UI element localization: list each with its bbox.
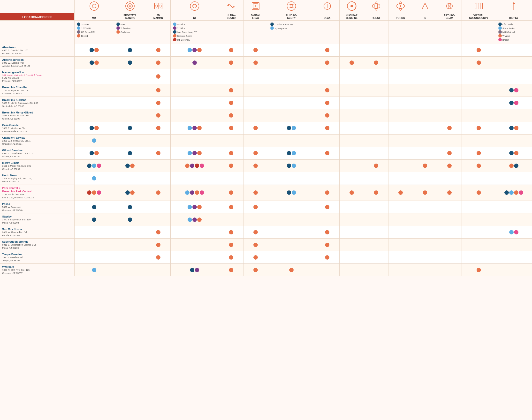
cell-pet_ct <box>364 239 388 251</box>
legend-digital_xray <box>243 21 268 44</box>
cell-ct <box>170 172 219 185</box>
service-dot <box>253 255 258 260</box>
cell-pet_ct <box>364 134 388 147</box>
dots-container <box>496 189 531 196</box>
location-cell: Chandler Fairview2201 W. Fairview St., S… <box>0 134 75 147</box>
service-dot <box>192 60 197 65</box>
cell-dexa <box>315 159 339 172</box>
location-name: Westgate <box>2 265 72 269</box>
location-name: Mercy Gilbert <box>2 161 72 165</box>
service-dot <box>90 60 94 65</box>
dots-container <box>147 60 170 66</box>
dots-container <box>114 150 145 156</box>
service-dot <box>188 48 192 52</box>
dots-container <box>316 100 339 106</box>
location-address: 1669 E. McMurray Blvd. Casa Grande, AZ 8… <box>2 127 72 133</box>
cell-fluoro <box>268 264 315 276</box>
legend-mammo3d <box>146 21 170 44</box>
dots-container <box>244 204 267 210</box>
cell-fluoro <box>268 185 315 201</box>
cell-ct <box>170 56 219 69</box>
cell-pet_mr <box>388 84 413 97</box>
col-header-ir <box>413 0 437 13</box>
service-dot <box>87 190 91 195</box>
legend-arthro <box>437 21 462 44</box>
dots-container <box>147 242 170 248</box>
col-label-arthro: ARTHRO- GRAM <box>437 13 462 21</box>
service-dot <box>325 60 329 65</box>
dots-container <box>220 150 243 156</box>
dots-container <box>147 189 170 196</box>
service-dot <box>325 113 329 118</box>
cell-ultrasound <box>219 251 243 264</box>
cell-nuclear <box>339 44 364 57</box>
cell-fluoro <box>268 251 315 264</box>
cell-pet_mr <box>388 56 413 69</box>
service-dot <box>192 205 197 209</box>
cell-pet_ct <box>364 159 388 172</box>
cell-prostate <box>114 109 146 122</box>
cell-dexa <box>315 97 339 109</box>
cell-ultrasound <box>219 97 243 109</box>
cell-digital_xray <box>243 84 268 97</box>
dots-container <box>114 204 145 210</box>
location-name: Breastlink Mercy Gilbert <box>2 111 72 114</box>
service-dot <box>156 101 160 105</box>
service-dot <box>229 190 233 195</box>
cell-ir <box>413 56 437 69</box>
cell-pet_mr <box>388 44 413 57</box>
service-dot <box>229 243 233 247</box>
cell-pet_ct <box>364 56 388 69</box>
svg-point-9 <box>155 5 158 7</box>
cell-nuclear <box>339 172 364 185</box>
cell-biopsy <box>496 172 532 185</box>
cell-mri <box>75 84 114 97</box>
dots-container <box>316 112 339 119</box>
service-dot <box>287 151 291 155</box>
cell-ct <box>170 213 219 226</box>
service-dot <box>509 126 514 130</box>
cell-pet_ct <box>364 69 388 84</box>
cell-digital_xray <box>243 159 268 172</box>
service-dot <box>287 126 291 130</box>
svg-point-6 <box>129 5 131 7</box>
service-dot <box>192 217 197 222</box>
service-dot <box>477 164 481 168</box>
cell-pet_ct <box>364 251 388 264</box>
cell-pet_mr <box>388 97 413 109</box>
svg-point-32 <box>448 3 451 6</box>
cell-dexa <box>315 147 339 159</box>
table-row: Chandler Fairview2201 W. Fairview St., S… <box>0 134 532 147</box>
service-dot <box>195 164 199 168</box>
cell-biopsy <box>496 159 532 172</box>
service-dot <box>229 48 233 52</box>
cell-ir <box>413 122 437 134</box>
cell-virtual_colon <box>462 264 496 276</box>
service-dot <box>156 126 160 130</box>
location-address: 3686 S Rome St. Ste. 200 Gilbert, AZ 852… <box>2 114 72 120</box>
cell-mri <box>75 201 114 213</box>
service-dot <box>350 60 354 65</box>
table-row: Tempe Baseline1920 E Baseline Rd Tempe, … <box>0 251 532 264</box>
col-label-ultrasound: ULTRA- SOUND <box>219 13 243 21</box>
cell-ct <box>170 264 219 276</box>
cell-pet_ct <box>364 109 388 122</box>
cell-prostate <box>114 226 146 239</box>
dots-container <box>496 229 531 235</box>
location-name: North Mesa <box>2 174 72 177</box>
col-label-virtual_colon: VIRTUAL COLONOSCOPY <box>462 13 496 21</box>
cell-ir <box>413 226 437 239</box>
service-dot <box>325 48 329 52</box>
cell-pet_mr <box>388 239 413 251</box>
dots-container <box>496 100 531 106</box>
service-dot <box>514 126 518 130</box>
cell-dexa <box>315 201 339 213</box>
col-header-ultrasound <box>219 0 243 13</box>
cell-biopsy <box>496 201 532 213</box>
location-name: Breastlink Kierland <box>2 98 72 102</box>
location-address: 1920 E Baseline Rd Tempe, AZ 85283 <box>2 256 72 262</box>
service-dot <box>398 190 403 195</box>
cell-virtual_colon <box>462 172 496 185</box>
cell-digital_xray <box>243 44 268 57</box>
cell-fluoro <box>268 84 315 97</box>
